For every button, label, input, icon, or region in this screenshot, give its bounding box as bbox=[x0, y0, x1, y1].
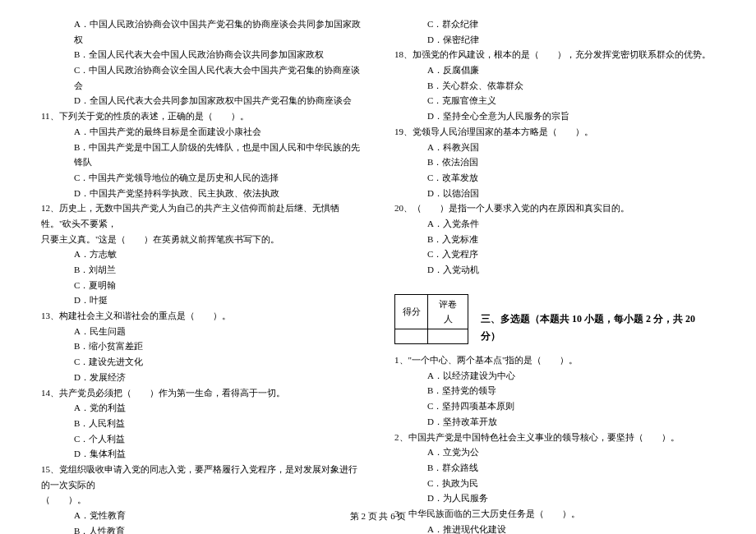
q18-option-c: C．克服官僚主义 bbox=[394, 93, 715, 108]
score-box: 得分 评卷人 bbox=[394, 294, 468, 344]
m2-text: 2、中国共产党是中国特色社会主义事业的领导核心，要坚持（ ）。 bbox=[394, 430, 715, 445]
section-3-title: 三、多选题（本题共 10 小题，每小题 2 分，共 20 分） bbox=[481, 311, 715, 344]
m1-option-a: A．以经济建设为中心 bbox=[394, 368, 715, 384]
q13-option-d: D．发展经济 bbox=[41, 370, 362, 385]
q12-option-c: C．夏明翰 bbox=[41, 278, 362, 293]
q18-option-d: D．坚持全心全意为人民服务的宗旨 bbox=[394, 108, 715, 124]
q14-option-a: A．党的利益 bbox=[41, 400, 362, 416]
q14-text: 14、共产党员必须把（ ）作为第一生命，看得高于一切。 bbox=[41, 385, 362, 401]
q19-option-a: A．科教兴国 bbox=[394, 140, 715, 155]
left-column: A．中国人民政治协商会议中国共产党召集的协商座谈会共同参加国家政权 B．全国人民… bbox=[41, 16, 362, 518]
score-header-1: 得分 bbox=[395, 294, 428, 329]
m1-option-b: B．坚持党的领导 bbox=[394, 383, 715, 398]
q14-option-c: C．个人利益 bbox=[41, 431, 362, 447]
q12-text-line1: 12、历史上，无数中国共产党人为自己的共产主义信仰而前赴后继、无惧牺牲。"砍头不… bbox=[41, 200, 362, 231]
q18-option-b: B．关心群众、依靠群众 bbox=[394, 78, 715, 94]
right-column: C．群众纪律 D．保密纪律 18、加强党的作风建设，根本的是（ ），充分发挥党密… bbox=[394, 16, 715, 518]
q15-option-b: B．人性教育 bbox=[41, 523, 362, 534]
q18-text: 18、加强党的作风建设，根本的是（ ），充分发挥党密切联系群众的优势。 bbox=[394, 47, 715, 62]
q12-text-line2: 只要主义真。"这是（ ）在英勇就义前挥笔疾书写下的。 bbox=[41, 232, 362, 247]
q13-option-b: B．缩小贫富差距 bbox=[41, 338, 362, 354]
q11-option-d: D．中国共产党坚持科学执政、民主执政、依法执政 bbox=[41, 186, 362, 201]
q20-option-a: A．入党条件 bbox=[394, 216, 715, 232]
q12-option-a: A．方志敏 bbox=[41, 246, 362, 262]
q11-text: 11、下列关于党的性质的表述，正确的是（ ）。 bbox=[41, 108, 362, 124]
q19-option-d: D．以德治国 bbox=[394, 186, 715, 201]
q17-option-d: D．保密纪律 bbox=[394, 32, 715, 48]
q20-option-d: D．入党动机 bbox=[394, 262, 715, 278]
q13-option-c: C．建设先进文化 bbox=[41, 354, 362, 370]
q10-option-a: A．中国人民政治协商会议中国共产党召集的协商座谈会共同参加国家政权 bbox=[41, 16, 362, 47]
q19-text: 19、党领导人民治理国家的基本方略是（ ）。 bbox=[394, 124, 715, 140]
score-cell-2 bbox=[428, 329, 468, 344]
q13-text: 13、构建社会主义和谐社会的重点是（ ）。 bbox=[41, 308, 362, 324]
q10-option-b: B．全国人民代表大会中国人民政治协商会议共同参加国家政权 bbox=[41, 47, 362, 62]
page-footer: 第 2 页 共 6 页 bbox=[0, 509, 756, 524]
q19-option-c: C．改革发放 bbox=[394, 170, 715, 186]
q14-option-d: D．集体利益 bbox=[41, 446, 362, 462]
q10-option-c: C．中国人民政治协商会议全国人民代表大会中国共产党召集的协商座谈会 bbox=[41, 62, 362, 93]
m1-text: 1、"一个中心、两个基本点"指的是（ ）。 bbox=[394, 352, 715, 368]
m2-option-d: D．为人民服务 bbox=[394, 490, 715, 506]
q20-option-c: C．入党程序 bbox=[394, 246, 715, 262]
q12-option-b: B．刘胡兰 bbox=[41, 262, 362, 278]
q13-option-a: A．民生问题 bbox=[41, 324, 362, 339]
q17-option-c: C．群众纪律 bbox=[394, 16, 715, 32]
q10-option-d: D．全国人民代表大会共同参加国家政权中国共产党召集的协商座谈会 bbox=[41, 93, 362, 108]
m2-option-a: A．立党为公 bbox=[394, 444, 715, 460]
q15-text-line1: 15、党组织吸收申请入党的同志入党，要严格履行入党程序，是对发展对象进行的一次实… bbox=[41, 462, 362, 492]
q14-option-b: B．人民利益 bbox=[41, 416, 362, 431]
q19-option-b: B．依法治国 bbox=[394, 154, 715, 170]
score-header-2: 评卷人 bbox=[428, 294, 468, 329]
m1-option-d: D．坚持改革开放 bbox=[394, 414, 715, 430]
q20-option-b: B．入党标准 bbox=[394, 232, 715, 247]
q11-option-c: C．中国共产党领导地位的确立是历史和人民的选择 bbox=[41, 170, 362, 186]
q15-text-line2: （ ）。 bbox=[41, 492, 362, 508]
q18-option-a: A．反腐倡廉 bbox=[394, 62, 715, 78]
m2-option-c: C．执政为民 bbox=[394, 476, 715, 491]
score-cell-1 bbox=[395, 329, 428, 344]
m1-option-c: C．坚持四项基本原则 bbox=[394, 398, 715, 414]
q20-text: 20、（ ）是指一个人要求入党的内在原因和真实目的。 bbox=[394, 200, 715, 216]
q11-option-a: A．中国共产党的最终目标是全面建设小康社会 bbox=[41, 124, 362, 140]
section-3-header: 得分 评卷人 三、多选题（本题共 10 小题，每小题 2 分，共 20 分） bbox=[394, 294, 715, 344]
m2-option-b: B．群众路线 bbox=[394, 460, 715, 476]
q12-option-d: D．叶挺 bbox=[41, 292, 362, 308]
q11-option-b: B．中国共产党是中国工人阶级的先锋队，也是中国人民和中华民族的先锋队 bbox=[41, 140, 362, 170]
